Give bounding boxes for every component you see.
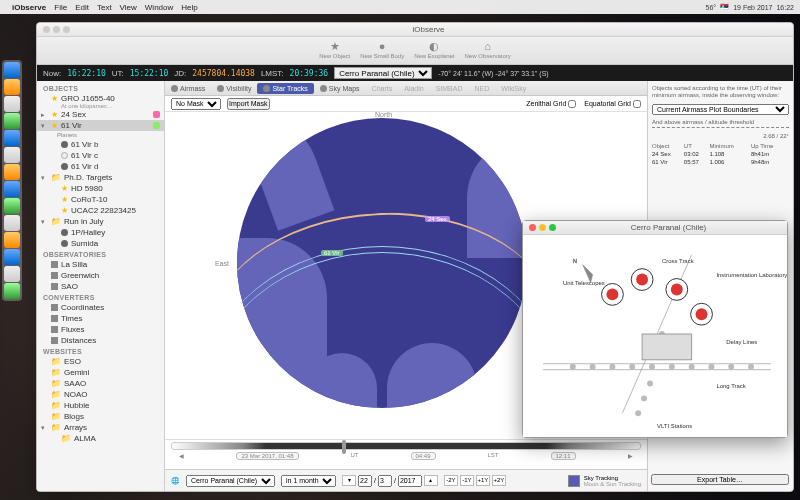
dock-icon[interactable] [4, 181, 20, 197]
tab-simbad[interactable]: SIMBAD [430, 83, 469, 94]
tab-airmass[interactable]: Airmass [165, 83, 211, 94]
tab-aladin[interactable]: Aladin [398, 83, 429, 94]
sidebar-item-61vir[interactable]: ▾★61 Vir [37, 120, 164, 131]
col-ut[interactable]: UT [684, 142, 710, 150]
sidebar-item-halley[interactable]: 1P/Halley [37, 227, 164, 238]
timeline-ut[interactable]: 04:49 [411, 452, 436, 460]
dock-icon[interactable] [4, 130, 20, 146]
timeline-date[interactable]: 23 Mar 2017, 01:48 [236, 452, 298, 460]
sidebar-item-ucac[interactable]: ★UCAC2 22823425 [37, 205, 164, 216]
dock-icon[interactable] [4, 113, 20, 129]
menu-text[interactable]: Text [97, 3, 112, 12]
sky-color-swatch[interactable] [568, 475, 580, 487]
dock-icon[interactable] [4, 215, 20, 231]
new-small-body-button[interactable]: ●New Small Body [360, 39, 404, 64]
sidebar-item-hubble[interactable]: 📁Hubble [37, 400, 164, 411]
menubar-time[interactable]: 16:22 [776, 4, 794, 11]
new-exoplanet-button[interactable]: ◐New Exoplanet [414, 39, 454, 64]
menubar-weather[interactable]: 56° [706, 4, 717, 11]
dock-icon[interactable] [4, 79, 20, 95]
tab-startracks[interactable]: Star Tracks [257, 83, 313, 94]
sidebar-item-corot[interactable]: ★CoRoT-10 [37, 194, 164, 205]
sidebar-item-fluxes[interactable]: Fluxes [37, 324, 164, 335]
sidebar-item-gro[interactable]: ★GRO J1655-40 [37, 93, 164, 104]
menu-view[interactable]: View [120, 3, 137, 12]
object-label-24sex[interactable]: 24 Sex [425, 216, 450, 222]
dock-icon[interactable] [4, 232, 20, 248]
tab-wikisky[interactable]: WikiSky [495, 83, 532, 94]
timeline-track[interactable] [171, 442, 641, 450]
sidebar-item-times[interactable]: Times [37, 313, 164, 324]
tab-skymaps[interactable]: Sky Maps [314, 83, 366, 94]
traffic-lights[interactable] [529, 224, 556, 231]
sidebar-item-hd5980[interactable]: ★HD 5980 [37, 183, 164, 194]
disclosure-icon[interactable]: ▾ [41, 424, 45, 432]
col-min[interactable]: Minimum [709, 142, 750, 150]
plus-2y-button[interactable]: +2Y [492, 475, 506, 486]
popup-titlebar[interactable]: Cerro Paranal (Chile) [523, 221, 787, 235]
sky-circle[interactable]: 24 Sex 61 Vir [237, 118, 527, 408]
new-observatory-button[interactable]: ⌂New Observatory [465, 39, 511, 64]
dock-icon[interactable] [4, 283, 20, 299]
timeline-lst[interactable]: 12:11 [551, 452, 576, 460]
sidebar-item-arrays[interactable]: ▾📁Arrays [37, 422, 164, 433]
moonsun-tracking-label[interactable]: Moon & Sun Tracking [584, 481, 641, 487]
sidebar-item-run[interactable]: ▾📁Run in July [37, 216, 164, 227]
disclosure-icon[interactable]: ▾ [41, 174, 45, 182]
col-object[interactable]: Object [652, 142, 684, 150]
sidebar-item-distances[interactable]: Distances [37, 335, 164, 346]
tab-visibility[interactable]: Visibility [211, 83, 257, 94]
plus-1y-button[interactable]: +1Y [476, 475, 490, 486]
sidebar-item-lasilla[interactable]: La Silla [37, 259, 164, 270]
dock-icon[interactable] [4, 62, 20, 78]
date-year[interactable] [398, 475, 422, 487]
menu-help[interactable]: Help [181, 3, 197, 12]
minus-2y-button[interactable]: -2Y [444, 475, 458, 486]
titlebar[interactable]: iObserve [37, 23, 793, 37]
export-table-button[interactable]: Export Table… [651, 474, 789, 485]
date-month[interactable] [378, 475, 392, 487]
sidebar-item-gemini[interactable]: 📁Gemini [37, 367, 164, 378]
menubar-flag[interactable]: 🇷🇸 [720, 3, 729, 11]
minus-1y-button[interactable]: -1Y [460, 475, 474, 486]
sidebar-item-61vird[interactable]: 61 Vir d [37, 161, 164, 172]
bottom-site-select[interactable]: Cerro Paranal (Chile) [186, 475, 275, 487]
date-day[interactable] [358, 475, 372, 487]
filter-select[interactable]: Current Airmass Plot Boundaries [652, 104, 789, 115]
sidebar-item-61virc[interactable]: 61 Vir c [37, 150, 164, 161]
sidebar-item-saao[interactable]: 📁SAAO [37, 378, 164, 389]
sidebar-item-24sex[interactable]: ▸★24 Sex [37, 109, 164, 120]
disclosure-icon[interactable]: ▾ [41, 218, 45, 226]
import-mask-button[interactable]: Import Mask [227, 98, 270, 110]
sidebar-item-coordinates[interactable]: Coordinates [37, 302, 164, 313]
sidebar-item-sao[interactable]: SAO [37, 281, 164, 292]
zenithal-grid-checkbox[interactable]: Zenithal Grid [526, 100, 576, 108]
traffic-lights[interactable] [43, 26, 70, 33]
timeline-handle[interactable] [342, 440, 346, 454]
sidebar-item-sumida[interactable]: Sumida [37, 238, 164, 249]
site-select[interactable]: Cerro Paranal (Chile) [334, 67, 432, 79]
sidebar-item-noao[interactable]: 📁NOAO [37, 389, 164, 400]
disclosure-icon[interactable]: ▾ [41, 122, 45, 130]
menu-file[interactable]: File [54, 3, 67, 12]
app-name[interactable]: iObserve [12, 3, 46, 12]
sidebar-item-alma[interactable]: 📁ALMA [37, 433, 164, 444]
object-label-61vir[interactable]: 61 Vir [321, 250, 343, 256]
dock-icon[interactable] [4, 147, 20, 163]
table-row[interactable]: 61 Vir 05:57 1.006 9h48m [652, 158, 789, 166]
mask-select[interactable]: No Mask [171, 98, 221, 110]
equatorial-grid-checkbox[interactable]: Equatorial Grid [584, 100, 641, 108]
new-object-button[interactable]: ★New Object [319, 39, 350, 64]
sidebar-item-61virb[interactable]: 61 Vir b [37, 139, 164, 150]
date-step-down[interactable]: ▾ [342, 475, 356, 486]
tab-charts[interactable]: Charts [366, 83, 399, 94]
menu-edit[interactable]: Edit [75, 3, 89, 12]
dock-icon[interactable] [4, 164, 20, 180]
table-row[interactable]: 24 Sex 03:02 1.108 8h41m [652, 150, 789, 158]
sidebar-item-blogs[interactable]: 📁Blogs [37, 411, 164, 422]
menu-window[interactable]: Window [145, 3, 173, 12]
sidebar-item-eso[interactable]: 📁ESO [37, 356, 164, 367]
dock-icon[interactable] [4, 249, 20, 265]
span-select[interactable]: in 1 month [281, 475, 336, 487]
sidebar-item-phd[interactable]: ▾📁Ph.D. Targets [37, 172, 164, 183]
